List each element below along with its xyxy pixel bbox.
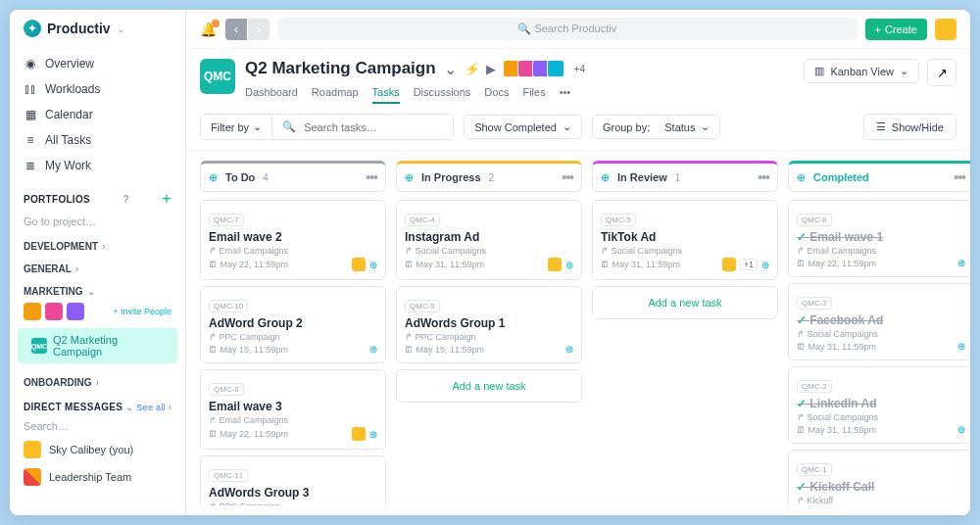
dm-item[interactable]: Leadership Team <box>10 463 185 491</box>
dm-search-input[interactable]: Search… <box>10 416 185 436</box>
topbar: 🔔 ‹ › 🔍 Search Productiv + Create <box>186 10 970 49</box>
task-card[interactable]: QMC-2LinkedIn Ad↱ Social Campaigns🗓 May … <box>788 366 970 444</box>
task-card[interactable]: QMC-3Facebook Ad↱ Social Campaigns🗓 May … <box>788 283 970 360</box>
column-icon[interactable]: ⊕ <box>209 171 218 184</box>
show-hide-button[interactable]: ☰ Show/Hide <box>863 114 956 140</box>
tab-tasks[interactable]: Tasks <box>372 82 400 104</box>
play-icon[interactable]: ▶ <box>486 62 496 76</box>
column-icon[interactable]: ⊕ <box>405 171 414 184</box>
column-name: In Review <box>617 171 667 183</box>
forward-button[interactable]: › <box>248 19 270 40</box>
assignee-avatar[interactable] <box>548 258 562 271</box>
add-portfolio-button[interactable]: + <box>162 190 172 208</box>
global-search-input[interactable]: 🔍 Search Productiv <box>277 18 858 40</box>
nav-label: Workloads <box>45 82 100 96</box>
avatar[interactable] <box>24 303 41 320</box>
avatar[interactable] <box>45 303 63 320</box>
more-assignees-badge[interactable]: +1 <box>740 259 758 270</box>
see-all-link[interactable]: See all › <box>136 403 172 412</box>
more-assignees[interactable]: +4 <box>574 64 585 74</box>
nav-item-all-tasks[interactable]: ≡All Tasks <box>10 127 185 153</box>
title-dropdown-icon[interactable]: ⌄ <box>444 60 457 78</box>
group-marketing[interactable]: MARKETING <box>10 276 185 299</box>
task-title: Instagram Ad <box>405 230 573 244</box>
tab-more[interactable]: ••• <box>560 82 571 104</box>
back-button[interactable]: ‹ <box>225 19 247 40</box>
tab-docs[interactable]: Docs <box>484 82 509 104</box>
task-id: QMC-2 <box>797 380 832 393</box>
filter-by-button[interactable]: Filter by ⌄ <box>201 115 271 139</box>
group-onboarding[interactable]: ONBOARDING <box>10 367 185 390</box>
task-card[interactable]: QMC-7Email wave 2↱ Email Campaigns🗓 May … <box>200 200 386 280</box>
chevron-down-icon[interactable]: ⌄ <box>117 24 124 34</box>
go-to-project-input[interactable]: Go to project… <box>10 212 185 231</box>
nav-item-calendar[interactable]: ▦Calendar <box>10 102 185 127</box>
task-card[interactable]: QMC-10AdWord Group 2↱ PPC Campaign🗓 May … <box>200 286 386 363</box>
notifications-icon[interactable]: 🔔 <box>200 22 218 37</box>
add-task-button[interactable]: Add a new task <box>396 369 582 403</box>
tab-dashboard[interactable]: Dashboard <box>245 82 298 104</box>
user-avatar[interactable] <box>935 19 956 40</box>
task-action-icon[interactable]: ⊕ <box>957 258 965 268</box>
tab-discussions[interactable]: Discussions <box>414 82 471 104</box>
search-tasks-input[interactable] <box>300 121 443 133</box>
assignee-avatar[interactable] <box>722 258 736 271</box>
column-menu-icon[interactable]: ••• <box>562 169 573 185</box>
nav-item-overview[interactable]: ◉Overview <box>10 51 185 76</box>
task-card[interactable]: QMC-1Kickoff Call↱ Kickoff🗓 Apr 11, 11:5… <box>788 450 970 505</box>
column-icon[interactable]: ⊕ <box>797 171 806 184</box>
column-header: ⊕In Progress2••• <box>396 161 582 192</box>
nav-item-workloads[interactable]: ⫿⫿Workloads <box>10 76 185 102</box>
task-title: TikTok Ad <box>601 230 769 244</box>
task-action-icon[interactable]: ⊕ <box>369 344 377 355</box>
task-card[interactable]: QMC-6Email wave 1↱ Email Campaigns🗓 May … <box>788 200 970 277</box>
invite-people-link[interactable]: + Invite People <box>113 307 172 316</box>
dm-header: DIRECT MESSAGES ⌄ See all › <box>10 390 185 416</box>
column-body: QMC-7Email wave 2↱ Email Campaigns🗓 May … <box>200 200 386 505</box>
task-id: QMC-11 <box>209 469 248 482</box>
column-menu-icon[interactable]: ••• <box>366 169 377 185</box>
task-id: QMC-5 <box>601 214 636 226</box>
group-general[interactable]: GENERAL <box>10 254 185 276</box>
column-menu-icon[interactable]: ••• <box>954 169 965 185</box>
view-selector[interactable]: ▥ Kanban View ⌄ <box>804 59 919 83</box>
task-card[interactable]: QMC-4Instagram Ad↱ Social Campaigns🗓 May… <box>396 200 582 280</box>
task-action-icon[interactable]: ⊕ <box>369 429 377 440</box>
task-category: ↱ Kickoff <box>797 496 965 505</box>
task-card[interactable]: QMC-9AdWords Group 1↱ PPC Campaign🗓 May … <box>396 286 582 363</box>
project-item-active[interactable]: QMC Q2 Marketing Campaign <box>18 328 177 363</box>
column-menu-icon[interactable]: ••• <box>758 169 769 185</box>
share-button[interactable]: ↗ <box>927 59 956 86</box>
task-action-icon[interactable]: ⊕ <box>369 260 377 270</box>
task-card[interactable]: QMC-11AdWords Group 3↱ PPC Campaign🗓 May… <box>200 455 386 505</box>
task-card[interactable]: QMC-5TikTok Ad↱ Social Campaigns🗓 May 31… <box>592 200 778 280</box>
tab-roadmap[interactable]: Roadmap <box>312 82 359 104</box>
info-icon[interactable]: ? <box>122 194 128 205</box>
task-action-icon[interactable]: ⊕ <box>565 344 573 355</box>
sidebar: ✦ Productiv ⌄ ◉Overview⫿⫿Workloads▦Calen… <box>10 10 186 515</box>
logo[interactable]: ✦ Productiv ⌄ <box>10 20 185 51</box>
show-completed-button[interactable]: Show Completed ⌄ <box>464 115 582 139</box>
task-action-icon[interactable]: ⊕ <box>957 424 965 435</box>
dm-item[interactable]: Sky Calibey (you) <box>10 436 185 463</box>
column-icon[interactable]: ⊕ <box>601 171 610 184</box>
create-button[interactable]: + Create <box>865 19 927 40</box>
add-task-button[interactable]: Add a new task <box>592 286 778 319</box>
task-action-icon[interactable]: ⊕ <box>957 341 965 352</box>
assignee-avatars[interactable] <box>506 60 564 77</box>
column-body: QMC-4Instagram Ad↱ Social Campaigns🗓 May… <box>396 200 582 505</box>
task-date: 🗓 May 31, 11:59pm <box>797 425 876 435</box>
task-action-icon[interactable]: ⊕ <box>761 260 769 270</box>
task-card[interactable]: QMC-8Email wave 3↱ Email Campaigns🗓 May … <box>200 369 386 450</box>
group-by-selector[interactable]: Group by: Status ⌄ <box>592 115 721 139</box>
search-tasks-field[interactable]: 🔍 <box>271 115 453 139</box>
assignee-avatar[interactable] <box>352 258 366 271</box>
tab-files[interactable]: Files <box>522 82 545 104</box>
group-development[interactable]: DEVELOPMENT <box>10 231 185 254</box>
assignee-avatar[interactable] <box>352 427 366 441</box>
task-category: ↱ Email Campaigns <box>797 246 965 256</box>
nav-item-my-work[interactable]: ≣My Work <box>10 153 185 178</box>
avatar[interactable] <box>67 303 84 320</box>
bolt-icon[interactable]: ⚡ <box>465 62 480 76</box>
task-action-icon[interactable]: ⊕ <box>565 260 573 270</box>
